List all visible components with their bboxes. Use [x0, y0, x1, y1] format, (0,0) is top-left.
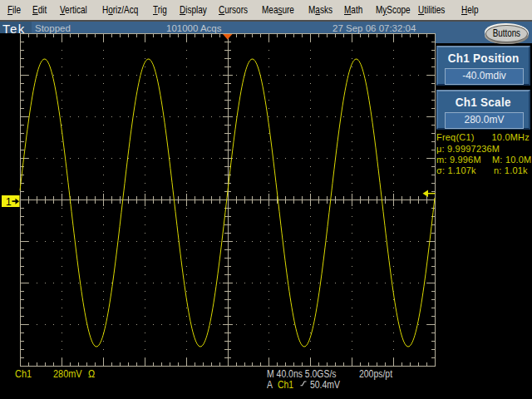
svg-text:1: 1 [6, 196, 12, 208]
